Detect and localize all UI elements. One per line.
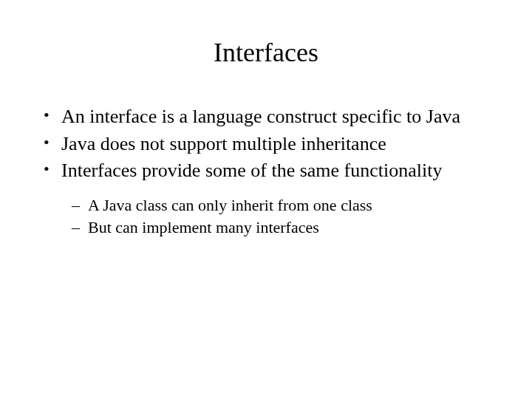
list-item: An interface is a language construct spe… (41, 105, 491, 129)
slide-title: Interfaces (41, 37, 491, 68)
bullet-list: An interface is a language construct spe… (41, 105, 491, 239)
sub-bullet-list: A Java class can only inherit from one c… (70, 195, 491, 239)
list-item: Interfaces provide some of the same func… (41, 159, 491, 239)
list-item: But can implement many interfaces (70, 217, 491, 239)
list-item: A Java class can only inherit from one c… (70, 195, 491, 216)
list-item: Java does not support multiple inheritan… (41, 132, 491, 157)
list-item-text: Interfaces provide some of the same func… (61, 160, 442, 181)
